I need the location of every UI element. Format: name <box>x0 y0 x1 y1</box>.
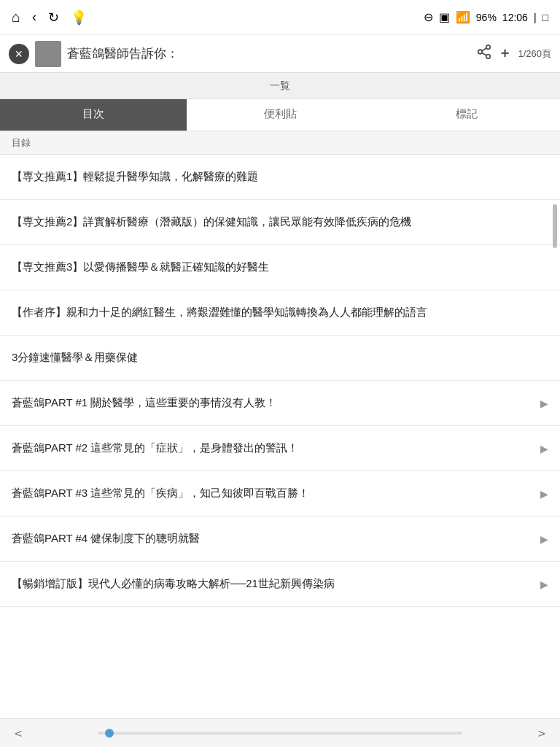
tab-toc[interactable]: 目次 <box>0 99 187 131</box>
do-not-disturb-icon: ⊖ <box>424 10 433 24</box>
status-bar: ⌂ ‹ ↻ 💡 ⊖ ▣ 📶 96% 12:06 | □ <box>0 0 560 35</box>
next-page-button[interactable]: ＞ <box>535 724 548 742</box>
progress-thumb <box>105 729 114 738</box>
toc-list: 【専文推薦1】輕鬆提升醫學知識，化解醫療的難題【専文推薦2】詳實解析醫療（潛藏版… <box>0 155 560 718</box>
overview-label: 一覧 <box>270 80 290 93</box>
chevron-right-icon: ▶ <box>540 578 548 590</box>
chevron-right-icon: ▶ <box>540 443 548 454</box>
home-icon[interactable]: ⌂ <box>12 9 20 26</box>
top-bar: ✕ 蒼藍鴿醫師告訴你： + 1/260頁 <box>0 35 560 73</box>
toc-item-text: 【暢銷增訂版】現代人必懂的病毒攻略大解析──21世紀新興傳染病 <box>12 576 540 592</box>
tab-bar: 目次 便利貼 標記 <box>0 99 560 131</box>
bulb-icon[interactable]: 💡 <box>71 9 87 26</box>
chevron-right-icon: ▶ <box>540 533 548 545</box>
bottom-bar: ＜ ＞ <box>0 718 560 747</box>
section-header-label: 目録 <box>12 136 31 150</box>
toc-item-text: 3分鐘速懂醫學＆用藥保健 <box>12 349 548 366</box>
toc-item-text: 【作者序】親和力十足的網紅醫生，將艱澀難懂的醫學知識轉換為人人都能理解的語言 <box>12 304 548 321</box>
toc-item-text: 蒼藍鴿PART #3 這些常見的「疾病」，知己知彼即百戰百勝！ <box>12 485 540 502</box>
toc-item-text: 【専文推薦3】以愛傳播醫學＆就醫正確知識的好醫生 <box>12 259 548 276</box>
toc-item[interactable]: 3分鐘速懂醫學＆用藥保健 <box>0 336 560 381</box>
toc-item[interactable]: 【専文推薦1】輕鬆提升醫學知識，化解醫療的難題 <box>0 155 560 200</box>
toc-item[interactable]: 蒼藍鴿PART #2 這些常見的「症狀」，是身體發出的警訊！▶ <box>0 426 560 471</box>
svg-point-2 <box>486 55 491 59</box>
book-thumbnail <box>35 41 61 67</box>
toc-item[interactable]: 蒼藍鴿PART #4 健保制度下的聰明就醫▶ <box>0 516 560 562</box>
chevron-right-icon: ▶ <box>540 488 548 500</box>
toc-item[interactable]: 【専文推薦2】詳實解析醫療（潛藏版）的保健知識，讓民眾能有效降低疾病的危機 <box>0 200 560 245</box>
svg-point-0 <box>486 45 491 50</box>
section-header: 目録 <box>0 131 560 155</box>
wifi-icon: 📶 <box>456 10 470 24</box>
refresh-icon[interactable]: ↻ <box>48 9 59 26</box>
svg-line-3 <box>482 53 486 55</box>
toc-item-text: 蒼藍鴿PART #1 關於醫學，這些重要的事情沒有人教！ <box>12 395 540 411</box>
overview-row: 一覧 <box>0 73 560 99</box>
tab-sticky[interactable]: 便利貼 <box>187 99 373 131</box>
prev-page-button[interactable]: ＜ <box>12 724 25 742</box>
toc-item[interactable]: 蒼藍鴿PART #3 這些常見的「疾病」，知己知彼即百戰百勝！▶ <box>0 471 560 516</box>
status-left-icons: ⌂ ‹ ↻ 💡 <box>12 9 87 26</box>
svg-line-4 <box>482 48 486 51</box>
toc-item-text: 【専文推薦1】輕鬆提升醫學知識，化解醫療的難題 <box>12 169 548 185</box>
battery-label: 96% <box>476 12 497 23</box>
close-button[interactable]: ✕ <box>9 44 29 64</box>
toc-item-text: 蒼藍鴿PART #4 健保制度下的聰明就醫 <box>12 530 540 547</box>
divider: | <box>534 12 537 23</box>
toc-item-text: 蒼藍鴿PART #2 這些常見的「症狀」，是身體發出的警訊！ <box>12 440 540 457</box>
toc-item-text: 【専文推薦2】詳實解析醫療（潛藏版）的保健知識，讓民眾能有效降低疾病的危機 <box>12 214 548 231</box>
book-title: 蒼藍鴿醫師告訴你： <box>67 45 470 62</box>
tab-bookmark[interactable]: 標記 <box>373 99 560 131</box>
toc-item[interactable]: 蒼藍鴿PART #1 關於醫學，這些重要的事情沒有人教！▶ <box>0 381 560 426</box>
toc-item[interactable]: 【専文推薦3】以愛傳播醫學＆就醫正確知識的好醫生 <box>0 245 560 290</box>
top-bar-actions: + 1/260頁 <box>476 44 551 63</box>
scrollbar-indicator[interactable] <box>553 204 557 248</box>
message-icon: ▣ <box>439 10 450 24</box>
window-icon[interactable]: □ <box>542 12 548 23</box>
page-indicator: 1/260頁 <box>518 47 551 61</box>
time-label: 12:06 <box>502 12 528 23</box>
toc-item[interactable]: 【暢銷增訂版】現代人必懂的病毒攻略大解析──21世紀新興傳染病▶ <box>0 562 560 607</box>
share-icon[interactable] <box>476 44 492 63</box>
svg-point-1 <box>478 50 483 54</box>
chevron-right-icon: ▶ <box>540 398 548 409</box>
back-icon[interactable]: ‹ <box>32 9 36 25</box>
status-right-info: ⊖ ▣ 📶 96% 12:06 | □ <box>424 10 548 24</box>
add-icon[interactable]: + <box>501 45 510 62</box>
toc-item[interactable]: 【作者序】親和力十足的網紅醫生，將艱澀難懂的醫學知識轉換為人人都能理解的語言 <box>0 290 560 336</box>
progress-track[interactable] <box>98 732 462 735</box>
progress-bar <box>25 732 535 735</box>
